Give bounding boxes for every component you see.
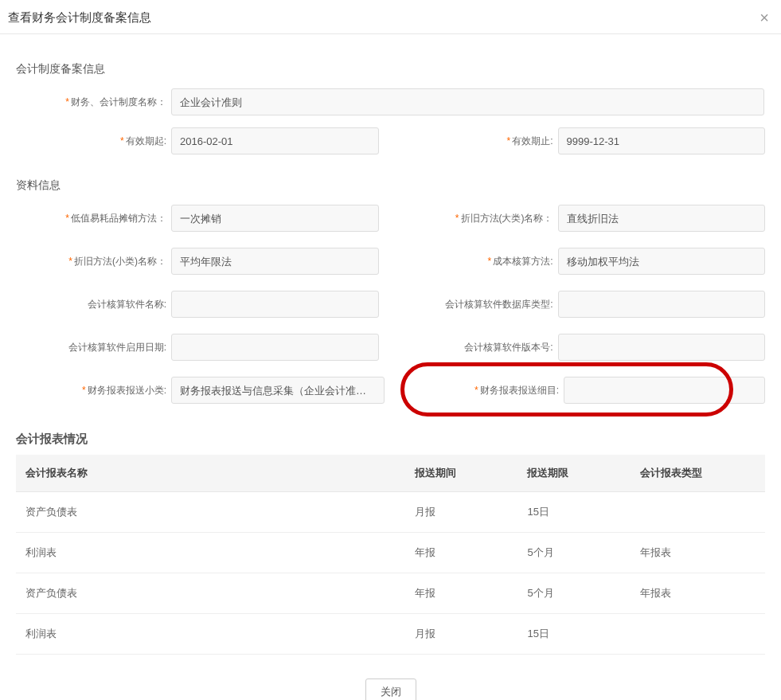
cell-period: 月报	[405, 492, 517, 533]
field-depr-minor: 平均年限法	[171, 248, 379, 275]
table-row: 利润表月报15日	[16, 614, 765, 655]
report-table: 会计报表名称 报送期间 报送期限 会计报表类型 资产负债表月报15日利润表年报5…	[16, 455, 765, 655]
label-depr-major: *折旧方法(大类)名称：	[403, 212, 558, 225]
section-title-report-status: 会计报表情况	[16, 432, 765, 447]
label-depr-minor: *折旧方法(小类)名称：	[16, 255, 171, 268]
row-report-submit: *财务报表报送小类: 财务报表报送与信息采集（企业会计准则一般企业） *财务报表…	[16, 373, 765, 408]
cell-deadline: 15日	[517, 492, 630, 533]
dialog-footer: 关闭	[0, 663, 781, 700]
cell-period: 月报	[405, 614, 517, 655]
field-valid-to: 9999-12-31	[558, 127, 766, 154]
row-valid-range: *有效期起: 2016-02-01 *有效期止: 9999-12-31	[16, 123, 765, 158]
row-depr-minor-cost: *折旧方法(小类)名称： 平均年限法 *成本核算方法: 移动加权平均法	[16, 244, 765, 279]
field-report-detail	[564, 377, 765, 404]
label-valid-from: *有效期起:	[16, 135, 171, 148]
field-valid-from: 2016-02-01	[171, 127, 379, 154]
cell-deadline: 15日	[517, 614, 630, 655]
label-software-name: 会计核算软件名称:	[16, 298, 171, 311]
dialog-header: 查看财务会计制度备案信息 ×	[0, 0, 781, 34]
label-valid-to: *有效期止:	[403, 135, 558, 148]
label-report-detail: *财务报表报送细目:	[408, 384, 564, 397]
field-cost-method: 移动加权平均法	[558, 248, 766, 275]
label-software-date: 会计核算软件启用日期:	[16, 341, 171, 354]
field-report-subclass: 财务报表报送与信息采集（企业会计准则一般企业）	[171, 377, 385, 404]
cell-name: 资产负债表	[16, 492, 405, 533]
cell-period: 年报	[405, 533, 517, 573]
table-row: 资产负债表月报15日	[16, 492, 765, 533]
field-software-db	[558, 291, 766, 318]
dialog-title: 查看财务会计制度备案信息	[8, 10, 151, 25]
cell-type: 年报表	[631, 573, 765, 614]
th-report-deadline: 报送期限	[517, 455, 630, 492]
th-report-period: 报送期间	[405, 455, 517, 492]
field-depr-major: 直线折旧法	[558, 205, 766, 232]
row-accounting-system-name: *财务、会计制度名称： 企业会计准则	[16, 84, 765, 119]
close-icon[interactable]: ×	[760, 10, 769, 25]
label-software-db: 会计核算软件数据库类型:	[403, 298, 558, 311]
field-accounting-system-name: 企业会计准则	[171, 88, 764, 115]
dialog-body: 会计制度备案信息 *财务、会计制度名称： 企业会计准则 *有效期起: 2016-…	[0, 34, 781, 663]
field-low-value-amort: 一次摊销	[171, 205, 379, 232]
cell-name: 利润表	[16, 533, 405, 573]
table-row: 利润表年报5个月年报表	[16, 533, 765, 573]
field-software-date	[171, 334, 379, 361]
table-row: 资产负债表年报5个月年报表	[16, 573, 765, 614]
cell-type: 年报表	[631, 533, 765, 573]
label-accounting-system-name: *财务、会计制度名称：	[16, 96, 171, 109]
label-cost-method: *成本核算方法:	[403, 255, 558, 268]
section-title-filing: 会计制度备案信息	[16, 62, 765, 76]
cell-deadline: 5个月	[517, 573, 630, 614]
field-software-version	[558, 334, 766, 361]
label-low-value-amort: *低值易耗品摊销方法：	[16, 212, 171, 225]
th-report-name: 会计报表名称	[16, 455, 405, 492]
th-report-type: 会计报表类型	[631, 455, 765, 492]
cell-name: 资产负债表	[16, 573, 405, 614]
cell-name: 利润表	[16, 614, 405, 655]
cell-type	[631, 614, 765, 655]
close-button[interactable]: 关闭	[365, 678, 416, 700]
cell-type	[631, 492, 765, 533]
cell-period: 年报	[405, 573, 517, 614]
field-software-name	[171, 291, 379, 318]
row-software-date-version: 会计核算软件启用日期: 会计核算软件版本号:	[16, 330, 765, 365]
row-software-name-db: 会计核算软件名称: 会计核算软件数据库类型:	[16, 287, 765, 322]
label-report-subclass: *财务报表报送小类:	[16, 384, 171, 397]
label-software-version: 会计核算软件版本号:	[403, 341, 558, 354]
cell-deadline: 5个月	[517, 533, 630, 573]
section-title-material: 资料信息	[16, 178, 765, 193]
row-amort-depr-major: *低值易耗品摊销方法： 一次摊销 *折旧方法(大类)名称： 直线折旧法	[16, 201, 765, 236]
